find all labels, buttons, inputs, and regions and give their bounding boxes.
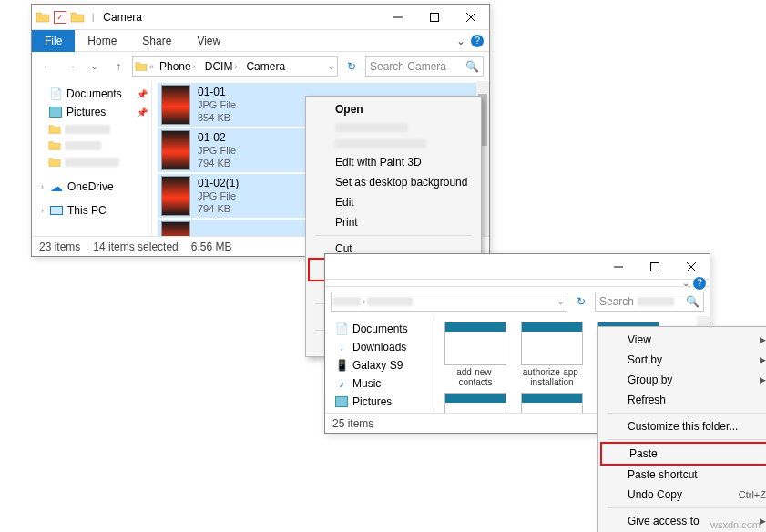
ctx-sortby[interactable]: Sort by▶	[600, 350, 766, 370]
help-button[interactable]: ?	[693, 277, 706, 290]
breadcrumb-phone[interactable]: Phone›	[156, 60, 199, 73]
titlebar[interactable]: ✓ | Camera	[32, 5, 489, 30]
file-size: 354 KB	[198, 112, 236, 125]
nav-downloads[interactable]: ↓Downloads	[325, 338, 434, 356]
search-box[interactable]: Search Camera 🔍	[365, 56, 484, 77]
up-button[interactable]: ↑	[108, 56, 128, 77]
ctx-blurred[interactable]	[308, 136, 479, 152]
nav-blurred[interactable]	[32, 121, 151, 138]
thumbnail	[521, 322, 583, 365]
nav-pictures[interactable]: Pictures	[325, 393, 434, 411]
address-dropdown[interactable]: ⌄	[557, 297, 565, 306]
music-icon: ♪	[334, 376, 349, 391]
ribbon-minimized: ⌄ ?	[325, 280, 710, 287]
nav-documents[interactable]: 📄Documents📌	[32, 85, 151, 103]
ctx-refresh[interactable]: Refresh	[600, 390, 766, 410]
grid-item[interactable]	[440, 393, 511, 413]
search-placeholder: Search Camera	[370, 60, 446, 73]
address-dropdown[interactable]: ⌄	[328, 62, 335, 71]
back-button[interactable]: ←	[37, 56, 57, 77]
folder-icon	[135, 60, 148, 73]
close-button[interactable]	[673, 254, 710, 280]
breadcrumb-overflow[interactable]: «	[149, 62, 154, 71]
download-icon: ↓	[334, 340, 349, 354]
recent-locations-button[interactable]: ⌄	[85, 56, 105, 77]
ribbon: File Home Share View ⌄ ?	[32, 30, 489, 52]
chevron-icon: ›	[41, 206, 44, 215]
phone-icon: 📱	[334, 358, 349, 373]
grid-item[interactable]: add-new-contacts	[440, 322, 511, 387]
thumbnail	[161, 176, 190, 216]
forward-button[interactable]: →	[61, 56, 81, 77]
address-bar[interactable]: › ⌄	[331, 292, 567, 312]
ctx-paste[interactable]: Paste	[600, 442, 766, 466]
maximize-button[interactable]	[637, 254, 673, 280]
view-tab[interactable]: View	[184, 31, 233, 51]
titlebar[interactable]	[325, 254, 710, 280]
nav-blurred[interactable]	[32, 138, 151, 154]
nav-pictures[interactable]: Pictures📌	[32, 103, 151, 121]
ctx-blurred[interactable]	[308, 119, 479, 136]
file-name: 01-01	[198, 86, 236, 99]
grid-item[interactable]: authorize-app-installation	[516, 322, 587, 387]
close-button[interactable]	[453, 5, 489, 30]
nav-videos[interactable]: Videos	[325, 411, 434, 413]
file-type: JPG File	[198, 99, 236, 112]
status-size: 6.56 MB	[191, 240, 232, 253]
nav-onedrive[interactable]: ›☁OneDrive	[32, 178, 151, 196]
separator	[608, 439, 766, 440]
separator	[315, 235, 472, 236]
ctx-set-background[interactable]: Set as desktop background	[308, 172, 479, 192]
nav-music[interactable]: ♪Music	[325, 374, 434, 393]
separator	[608, 507, 766, 508]
search-box[interactable]: Search 🔍	[595, 292, 704, 312]
file-tab[interactable]: File	[32, 30, 75, 52]
pc-icon	[49, 203, 64, 218]
refresh-button[interactable]: ↻	[571, 295, 591, 308]
ctx-customize[interactable]: Customize this folder...	[600, 416, 766, 436]
watermark: wsxdn.com	[710, 519, 761, 530]
ctx-open[interactable]: Open	[308, 99, 479, 119]
ctx-print[interactable]: Print	[308, 212, 479, 232]
nav-galaxys9[interactable]: 📱Galaxy S9	[325, 356, 434, 374]
pictures-icon	[334, 394, 349, 409]
thumbnail	[161, 130, 190, 170]
breadcrumb-camera[interactable]: Camera	[242, 60, 289, 73]
ctx-paste-shortcut[interactable]: Paste shortcut	[600, 465, 766, 485]
thumbnail	[161, 221, 190, 236]
ribbon-expand-button[interactable]: ⌄	[451, 35, 471, 47]
context-menu-folder: View▶ Sort by▶ Group by▶ Refresh Customi…	[597, 326, 766, 532]
search-icon: 🔍	[465, 60, 479, 73]
chevron-icon: ›	[41, 182, 44, 191]
minimize-button[interactable]	[380, 5, 416, 30]
nav-toolbar: ← → ⌄ ↑ « Phone› DCIM› Camera ⌄ ↻ Search…	[32, 52, 489, 81]
nav-documents[interactable]: 📄Documents	[325, 320, 434, 338]
ribbon-expand-button[interactable]: ⌄	[682, 278, 689, 288]
submenu-arrow-icon: ▶	[760, 335, 766, 344]
ctx-edit[interactable]: Edit	[308, 192, 479, 212]
minimize-button[interactable]	[600, 254, 637, 280]
thumbnail	[161, 85, 190, 125]
ctx-groupby[interactable]: Group by▶	[600, 370, 766, 390]
refresh-button[interactable]: ↻	[342, 60, 362, 73]
ctx-undo[interactable]: Undo CopyCtrl+Z	[600, 485, 766, 505]
ctx-view[interactable]: View▶	[600, 330, 766, 350]
svg-rect-1	[651, 262, 659, 271]
help-button[interactable]: ?	[471, 35, 484, 47]
navigation-pane[interactable]: 📄Documents ↓Downloads 📱Galaxy S9 ♪Music …	[325, 316, 434, 413]
thumbnail	[521, 393, 583, 413]
home-tab[interactable]: Home	[75, 31, 129, 51]
address-bar[interactable]: « Phone› DCIM› Camera ⌄	[132, 56, 338, 77]
maximize-button[interactable]	[416, 5, 453, 30]
share-tab[interactable]: Share	[129, 31, 184, 51]
chevron-separator: |	[88, 13, 97, 22]
grid-item[interactable]	[516, 393, 587, 413]
window-title: Camera	[97, 11, 380, 24]
navigation-pane[interactable]: 📄Documents📌 Pictures📌 ›☁OneDrive ›This P…	[32, 81, 152, 236]
nav-toolbar: › ⌄ ↻ Search 🔍	[325, 287, 710, 316]
ctx-paint3d[interactable]: Edit with Paint 3D	[308, 152, 479, 172]
breadcrumb-dcim[interactable]: DCIM›	[201, 60, 241, 73]
nav-thispc[interactable]: ›This PC	[32, 201, 151, 220]
nav-blurred[interactable]	[32, 154, 151, 170]
selection-check-icon: ✓	[54, 11, 66, 24]
